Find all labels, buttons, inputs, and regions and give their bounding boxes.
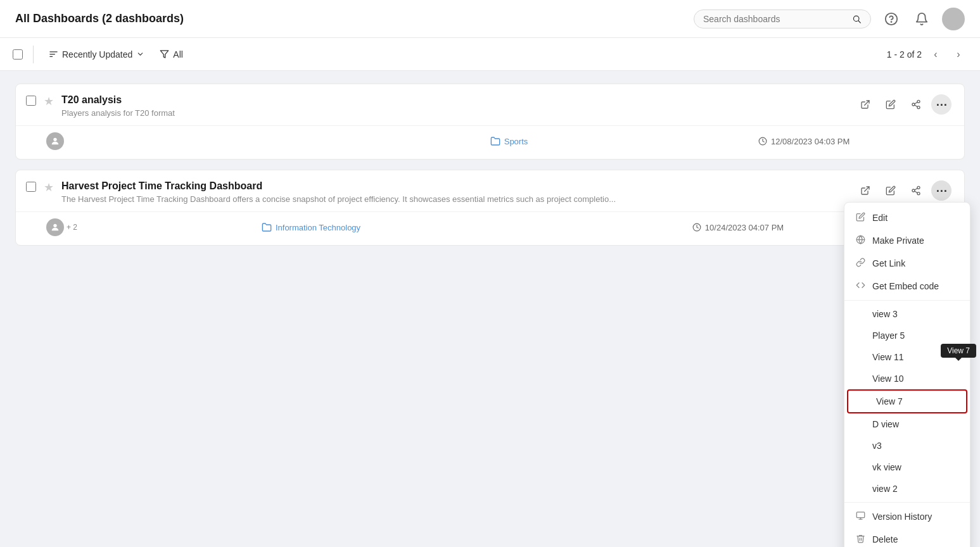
link-icon-menu <box>855 258 866 269</box>
card-actions-harvest: ⋯ <box>855 180 951 201</box>
pagination-text: 1 - 2 of 2 <box>887 49 922 60</box>
svg-line-16 <box>865 187 869 191</box>
dropdown-dview-label: D view <box>872 419 899 429</box>
share-icon-harvest <box>911 185 921 196</box>
star-icon-harvest[interactable]: ★ <box>44 180 54 194</box>
trash-icon-menu <box>855 534 866 545</box>
main-content: ★ T20 analysis Players analysis for T20 … <box>0 71 980 268</box>
dropdown-vkview[interactable]: vk view <box>844 456 970 478</box>
dropdown-view2-label: view 2 <box>872 484 898 494</box>
toolbar-divider <box>33 46 34 63</box>
dropdown-version-history[interactable]: Version History <box>844 505 970 528</box>
dropdown-get-link[interactable]: Get Link <box>844 252 970 275</box>
card-info-t20: T20 analysis Players analysis for T20 fo… <box>61 94 848 118</box>
star-icon-t20[interactable]: ★ <box>44 94 54 108</box>
dropdown-divider-2 <box>844 502 970 503</box>
help-button[interactable] <box>881 9 901 29</box>
card-meta-harvest: + 2 Information Technology 10/24/2023 04… <box>16 211 964 245</box>
dropdown-v3[interactable]: v3 <box>844 435 970 456</box>
folder-harvest[interactable]: Information Technology <box>98 222 525 232</box>
open-button-harvest[interactable] <box>855 180 875 201</box>
svg-marker-7 <box>161 51 169 58</box>
dashboard-card-harvest: ★ Harvest Project Time Tracking Dashboar… <box>15 170 965 246</box>
card-subtitle-t20: Players analysis for T20 format <box>61 108 848 118</box>
pencil-icon-harvest <box>886 185 896 196</box>
dropdown-view3[interactable]: view 3 <box>844 303 970 325</box>
dropdown-view11-label: View 11 <box>872 352 904 362</box>
select-all-checkbox[interactable] <box>13 49 23 60</box>
clock-icon-harvest <box>692 223 701 232</box>
dropdown-view11[interactable]: View 11 <box>844 346 970 368</box>
card-info-harvest: Harvest Project Time Tracking Dashboard … <box>61 180 848 204</box>
dropdown-view7-label: View 7 <box>876 396 903 406</box>
card-title-harvest: Harvest Project Time Tracking Dashboard <box>61 180 848 192</box>
dropdown-get-link-label: Get Link <box>872 258 905 268</box>
date-text-t20: 12/08/2023 04:03 PM <box>771 137 850 146</box>
svg-line-20 <box>915 191 918 193</box>
page-title: All Dashboards (2 dashboards) <box>15 12 684 25</box>
share-button-t20[interactable] <box>906 94 926 115</box>
filter-label: All <box>173 49 183 60</box>
dropdown-edit[interactable]: Edit <box>844 206 970 229</box>
code-icon-menu <box>855 280 866 292</box>
svg-rect-26 <box>856 512 865 518</box>
sort-button[interactable]: Recently Updated <box>44 47 150 62</box>
folder-name-harvest: Information Technology <box>276 223 360 232</box>
avatar-count-harvest: + 2 <box>67 223 77 232</box>
dropdown-v3-label: v3 <box>872 441 882 451</box>
avatar-t20 <box>46 132 64 150</box>
folder-icon-t20 <box>490 136 500 146</box>
dropdown-view7[interactable]: View 7 <box>847 389 967 413</box>
card-meta-t20: Sports 12/08/2023 04:03 PM <box>16 125 964 159</box>
folder-icon-harvest <box>262 222 272 232</box>
dropdown-get-embed[interactable]: Get Embed code <box>844 275 970 298</box>
date-text-harvest: 10/24/2023 04:07 PM <box>705 223 784 232</box>
clock-icon-t20 <box>758 137 767 146</box>
dropdown-view3-label: view 3 <box>872 309 898 319</box>
dropdown-player5[interactable]: Player 5 <box>844 325 970 346</box>
search-box[interactable] <box>694 9 871 28</box>
sort-label: Recently Updated <box>62 49 132 60</box>
search-input[interactable] <box>703 14 847 24</box>
folder-t20[interactable]: Sports <box>362 136 657 146</box>
dropdown-player5-label: Player 5 <box>872 330 905 341</box>
filter-button[interactable]: All <box>155 47 188 62</box>
svg-line-8 <box>865 101 869 105</box>
share-button-harvest[interactable] <box>906 180 926 201</box>
notifications-button[interactable] <box>912 9 932 29</box>
card-checkbox-t20[interactable] <box>26 96 36 106</box>
card-title-t20: T20 analysis <box>61 94 848 106</box>
more-button-t20[interactable]: ⋯ <box>931 94 951 115</box>
dropdown-get-embed-label: Get Embed code <box>872 281 939 291</box>
card-actions-t20: ⋯ <box>855 94 951 115</box>
dropdown-view10[interactable]: View 10 View 7 <box>844 368 970 389</box>
dropdown-view10-label: View 10 <box>872 374 904 384</box>
dashboard-card-t20: ★ T20 analysis Players analysis for T20 … <box>15 84 965 160</box>
filter-icon <box>160 49 169 59</box>
history-icon-menu <box>855 511 866 522</box>
edit-button-harvest[interactable] <box>881 180 901 201</box>
pencil-icon-menu <box>855 212 866 223</box>
dropdown-vkview-label: vk view <box>872 462 901 472</box>
next-page-button[interactable]: › <box>950 46 967 63</box>
sort-icon <box>49 49 58 59</box>
toolbar: Recently Updated All 1 - 2 of 2 ‹ › <box>0 38 980 71</box>
header-icons <box>881 8 965 30</box>
dropdown-make-private[interactable]: Make Private <box>844 229 970 252</box>
help-icon <box>884 12 898 26</box>
open-button-t20[interactable] <box>855 94 875 115</box>
card-subtitle-harvest: The Harvest Project Time Tracking Dashbo… <box>61 194 848 204</box>
dropdown-delete[interactable]: Delete <box>844 528 970 547</box>
card-checkbox-harvest[interactable] <box>26 182 36 192</box>
prev-page-button[interactable]: ‹ <box>927 46 945 63</box>
edit-button-t20[interactable] <box>881 94 901 115</box>
bell-icon <box>915 12 929 26</box>
dropdown-view2[interactable]: view 2 <box>844 478 970 500</box>
more-button-harvest[interactable]: ⋯ <box>931 180 951 201</box>
dropdown-edit-label: Edit <box>872 213 888 223</box>
dropdown-dview[interactable]: D view <box>844 413 970 435</box>
avatar[interactable] <box>942 8 965 30</box>
share-icon-t20 <box>911 99 921 110</box>
external-link-icon-harvest <box>860 185 870 196</box>
avatar-harvest <box>46 218 64 236</box>
